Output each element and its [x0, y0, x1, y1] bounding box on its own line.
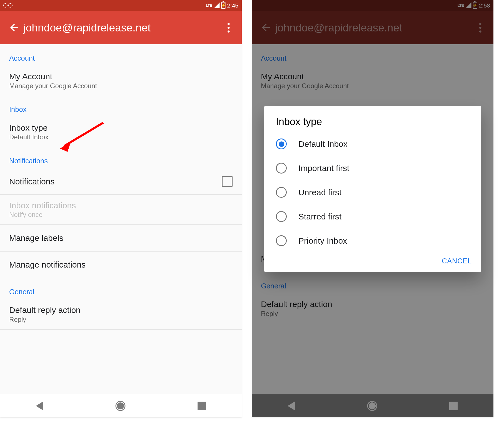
divider [0, 329, 242, 330]
manage-notifications-label: Manage notifications [9, 260, 233, 270]
nav-back-icon[interactable] [36, 401, 43, 410]
default-reply-title: Default reply action [9, 305, 233, 315]
arrow-back-icon [8, 22, 20, 33]
phone-left: LTE ⚡ 2:45 johndoe@rapidrelease.net Acco… [0, 0, 242, 417]
settings-list[interactable]: Account My Account Manage your Google Ac… [0, 44, 242, 394]
back-button[interactable] [5, 22, 23, 33]
inbox-notifications-item: Inbox notifications Notify once [0, 195, 242, 225]
section-general-header: General [0, 278, 242, 300]
radio-label: Important first [298, 163, 349, 173]
manage-labels-item[interactable]: Manage labels [0, 225, 242, 251]
default-reply-subtitle: Reply [9, 316, 233, 323]
manage-notifications-item[interactable]: Manage notifications [0, 252, 242, 278]
section-account-header: Account [0, 44, 242, 66]
inbox-notifications-subtitle: Notify once [9, 211, 233, 219]
section-notifications-header: Notifications [0, 147, 242, 169]
nav-recents-icon[interactable] [197, 402, 206, 410]
radio-option[interactable]: Priority Inbox [264, 229, 481, 253]
notifications-label: Notifications [9, 177, 54, 186]
inbox-type-dialog: Inbox type Default InboxImportant firstU… [264, 106, 481, 272]
radio-icon [276, 235, 287, 246]
my-account-item[interactable]: My Account Manage your Google Account [0, 66, 242, 96]
radio-label: Priority Inbox [298, 236, 347, 246]
radio-icon [276, 187, 287, 198]
radio-label: Default Inbox [298, 139, 348, 149]
radio-option[interactable]: Unread first [264, 180, 481, 204]
my-account-subtitle: Manage your Google Account [9, 82, 233, 90]
inbox-type-item[interactable]: Inbox type Default Inbox [0, 117, 242, 147]
nav-home-icon[interactable] [115, 401, 125, 411]
inbox-notifications-title: Inbox notifications [9, 201, 233, 211]
notifications-toggle-item[interactable]: Notifications [0, 169, 242, 194]
status-time: 2:45 [227, 2, 238, 9]
dialog-title: Inbox type [264, 116, 481, 132]
app-bar: johndoe@rapidrelease.net [0, 11, 242, 44]
inbox-type-subtitle: Default Inbox [9, 134, 233, 141]
battery-icon: ⚡ [221, 2, 225, 9]
inbox-type-title: Inbox type [9, 123, 233, 133]
radio-label: Starred first [298, 212, 341, 221]
radio-icon [276, 163, 287, 174]
radio-option[interactable]: Default Inbox [264, 132, 481, 156]
more-vert-icon [227, 23, 229, 33]
notifications-checkbox[interactable] [222, 176, 233, 187]
appbar-title: johndoe@rapidrelease.net [23, 21, 220, 34]
radio-icon [276, 139, 287, 149]
status-bar: LTE ⚡ 2:45 [0, 0, 242, 11]
default-reply-item[interactable]: Default reply action Reply [0, 300, 242, 329]
lte-indicator: LTE [206, 3, 212, 8]
radio-option[interactable]: Starred first [264, 204, 481, 229]
radio-option[interactable]: Important first [264, 156, 481, 180]
manage-labels-label: Manage labels [9, 233, 233, 243]
cancel-button[interactable]: CANCEL [442, 257, 472, 265]
section-inbox-header: Inbox [0, 96, 242, 117]
phone-right: LTE ⚡ 2:58 johndoe@rapidrelease.net Acco… [252, 0, 493, 417]
android-nav-bar [0, 394, 242, 417]
overflow-menu-button[interactable] [220, 23, 237, 33]
radio-icon [276, 211, 287, 222]
radio-label: Unread first [298, 187, 341, 197]
my-account-title: My Account [9, 72, 233, 81]
voicemail-icon [3, 3, 13, 8]
signal-icon [214, 3, 219, 8]
